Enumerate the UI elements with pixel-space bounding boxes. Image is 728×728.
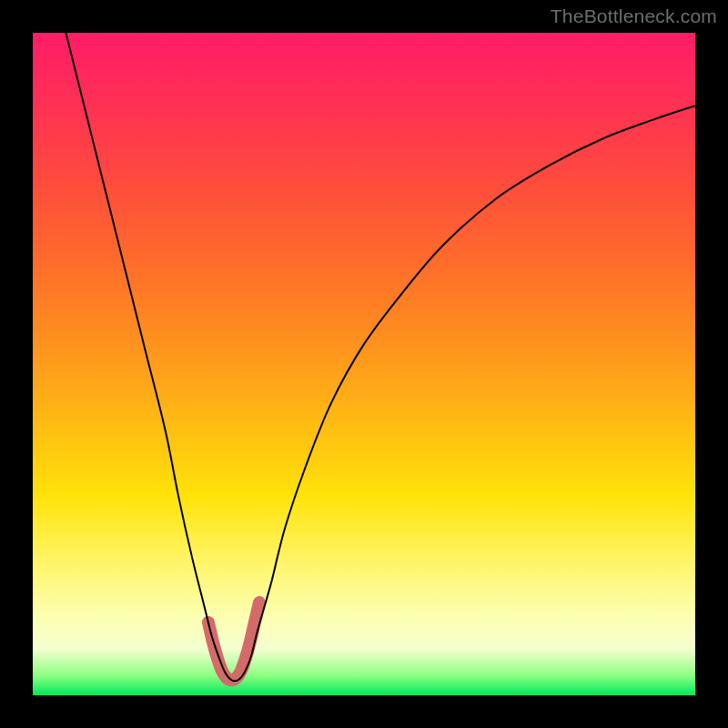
marker-band [208, 602, 259, 680]
watermark-text: TheBottleneck.com [551, 5, 717, 27]
chart-svg [33, 33, 695, 695]
chart-frame: TheBottleneck.com [0, 0, 728, 728]
plot-background [33, 33, 695, 695]
black-curve [66, 33, 695, 681]
